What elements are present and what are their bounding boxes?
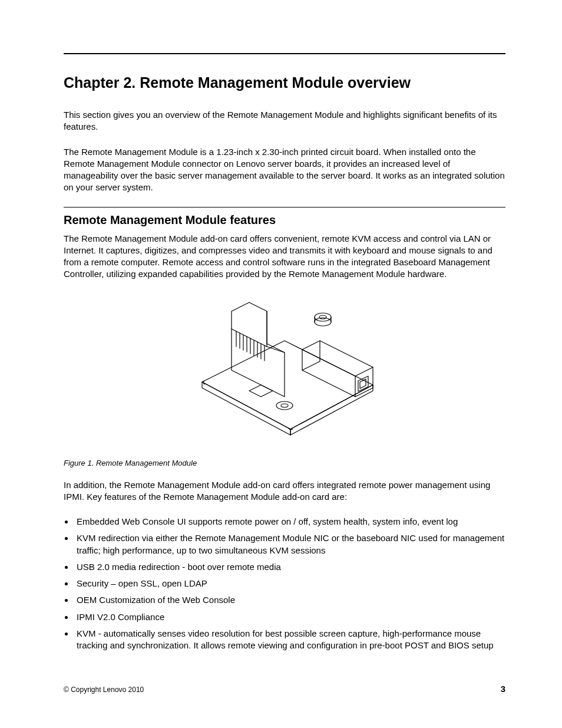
feature-bullet-list: Embedded Web Console UI supports remote …: [64, 516, 505, 651]
figure-caption: Figure 1. Remote Management Module: [64, 459, 505, 467]
list-item: USB 2.0 media redirection - boot over re…: [74, 561, 505, 573]
svg-point-0: [315, 313, 331, 321]
list-item: Security – open SSL, open LDAP: [74, 578, 505, 589]
intro-paragraph-1: This section gives you an overview of th…: [64, 109, 505, 133]
svg-point-1: [319, 315, 326, 319]
document-page: Chapter 2. Remote Management Module over…: [0, 0, 562, 728]
top-horizontal-rule: [64, 53, 505, 54]
list-item: KVM redirection via either the Remote Ma…: [74, 532, 505, 556]
page-number: 3: [501, 684, 505, 694]
section-paragraph-1: The Remote Management Module add-on card…: [64, 233, 505, 281]
figure-container: [64, 294, 505, 449]
section-paragraph-2: In addition, the Remote Management Modul…: [64, 479, 505, 503]
svg-point-4: [281, 404, 288, 407]
page-footer: © Copyright Lenovo 2010 3: [64, 684, 505, 694]
list-item: Embedded Web Console UI supports remote …: [74, 516, 505, 528]
section-horizontal-rule: [64, 207, 505, 207]
chapter-title: Chapter 2. Remote Management Module over…: [64, 74, 505, 91]
svg-point-3: [276, 401, 293, 410]
list-item: IPMI V2.0 Compliance: [74, 611, 505, 623]
list-item: KVM - automatically senses video resolut…: [74, 628, 505, 652]
intro-paragraph-2: The Remote Management Module is a 1.23-i…: [64, 146, 505, 194]
copyright-text: © Copyright Lenovo 2010: [64, 686, 144, 694]
section-heading: Remote Management Module features: [64, 213, 505, 227]
module-illustration: [178, 294, 391, 447]
list-item: OEM Customization of the Web Console: [74, 594, 505, 606]
